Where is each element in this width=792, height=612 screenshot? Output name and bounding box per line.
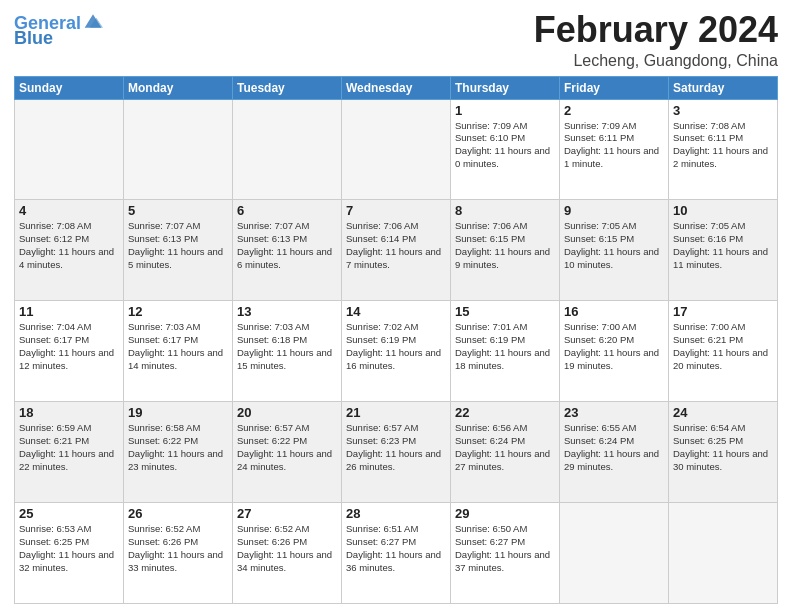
- title-block: February 2024 Lecheng, Guangdong, China: [534, 10, 778, 70]
- cell-info: Sunrise: 6:54 AMSunset: 6:25 PMDaylight:…: [673, 422, 773, 473]
- calendar-cell: 26Sunrise: 6:52 AMSunset: 6:26 PMDayligh…: [124, 503, 233, 604]
- sunrise-text: Sunrise: 7:07 AM: [237, 220, 309, 231]
- calendar-cell: 28Sunrise: 6:51 AMSunset: 6:27 PMDayligh…: [342, 503, 451, 604]
- daylight-text: Daylight: 11 hours and 18 minutes.: [455, 347, 550, 371]
- sunset-text: Sunset: 6:15 PM: [564, 233, 634, 244]
- sunset-text: Sunset: 6:22 PM: [237, 435, 307, 446]
- cell-info: Sunrise: 7:07 AMSunset: 6:13 PMDaylight:…: [237, 220, 337, 271]
- sunrise-text: Sunrise: 6:57 AM: [237, 422, 309, 433]
- daylight-text: Daylight: 11 hours and 26 minutes.: [346, 448, 441, 472]
- cell-info: Sunrise: 7:09 AMSunset: 6:11 PMDaylight:…: [564, 120, 664, 171]
- day-number: 27: [237, 506, 337, 521]
- sunrise-text: Sunrise: 7:00 AM: [673, 321, 745, 332]
- sunset-text: Sunset: 6:20 PM: [564, 334, 634, 345]
- sunset-text: Sunset: 6:17 PM: [19, 334, 89, 345]
- cell-info: Sunrise: 6:57 AMSunset: 6:22 PMDaylight:…: [237, 422, 337, 473]
- daylight-text: Daylight: 11 hours and 7 minutes.: [346, 246, 441, 270]
- calendar-cell: 18Sunrise: 6:59 AMSunset: 6:21 PMDayligh…: [15, 402, 124, 503]
- calendar-cell: [233, 99, 342, 200]
- cell-info: Sunrise: 7:01 AMSunset: 6:19 PMDaylight:…: [455, 321, 555, 372]
- daylight-text: Daylight: 11 hours and 4 minutes.: [19, 246, 114, 270]
- sunset-text: Sunset: 6:14 PM: [346, 233, 416, 244]
- calendar-cell: 8Sunrise: 7:06 AMSunset: 6:15 PMDaylight…: [451, 200, 560, 301]
- calendar-cell: 24Sunrise: 6:54 AMSunset: 6:25 PMDayligh…: [669, 402, 778, 503]
- day-number: 13: [237, 304, 337, 319]
- sunset-text: Sunset: 6:19 PM: [346, 334, 416, 345]
- sunrise-text: Sunrise: 7:04 AM: [19, 321, 91, 332]
- month-title: February 2024: [534, 10, 778, 50]
- day-number: 23: [564, 405, 664, 420]
- daylight-text: Daylight: 11 hours and 34 minutes.: [237, 549, 332, 573]
- sunset-text: Sunset: 6:10 PM: [455, 132, 525, 143]
- day-number: 25: [19, 506, 119, 521]
- daylight-text: Daylight: 11 hours and 29 minutes.: [564, 448, 659, 472]
- calendar-table: SundayMondayTuesdayWednesdayThursdayFrid…: [14, 76, 778, 604]
- sunset-text: Sunset: 6:19 PM: [455, 334, 525, 345]
- day-number: 26: [128, 506, 228, 521]
- daylight-text: Daylight: 11 hours and 14 minutes.: [128, 347, 223, 371]
- sunset-text: Sunset: 6:23 PM: [346, 435, 416, 446]
- weekday-header: Sunday: [15, 76, 124, 99]
- day-number: 19: [128, 405, 228, 420]
- calendar-week-row: 18Sunrise: 6:59 AMSunset: 6:21 PMDayligh…: [15, 402, 778, 503]
- sunrise-text: Sunrise: 6:53 AM: [19, 523, 91, 534]
- sunrise-text: Sunrise: 7:07 AM: [128, 220, 200, 231]
- day-number: 6: [237, 203, 337, 218]
- day-number: 3: [673, 103, 773, 118]
- calendar-cell: 29Sunrise: 6:50 AMSunset: 6:27 PMDayligh…: [451, 503, 560, 604]
- day-number: 4: [19, 203, 119, 218]
- calendar-cell: 19Sunrise: 6:58 AMSunset: 6:22 PMDayligh…: [124, 402, 233, 503]
- sunrise-text: Sunrise: 6:50 AM: [455, 523, 527, 534]
- sunrise-text: Sunrise: 7:05 AM: [564, 220, 636, 231]
- cell-info: Sunrise: 7:09 AMSunset: 6:10 PMDaylight:…: [455, 120, 555, 171]
- cell-info: Sunrise: 6:50 AMSunset: 6:27 PMDaylight:…: [455, 523, 555, 574]
- calendar-week-row: 11Sunrise: 7:04 AMSunset: 6:17 PMDayligh…: [15, 301, 778, 402]
- day-number: 10: [673, 203, 773, 218]
- daylight-text: Daylight: 11 hours and 10 minutes.: [564, 246, 659, 270]
- sunrise-text: Sunrise: 7:09 AM: [564, 120, 636, 131]
- calendar-header-row: SundayMondayTuesdayWednesdayThursdayFrid…: [15, 76, 778, 99]
- sunrise-text: Sunrise: 7:03 AM: [237, 321, 309, 332]
- page-container: General Blue February 2024 Lecheng, Guan…: [0, 0, 792, 612]
- weekday-header: Friday: [560, 76, 669, 99]
- calendar-week-row: 4Sunrise: 7:08 AMSunset: 6:12 PMDaylight…: [15, 200, 778, 301]
- calendar-cell: 5Sunrise: 7:07 AMSunset: 6:13 PMDaylight…: [124, 200, 233, 301]
- calendar-cell: 17Sunrise: 7:00 AMSunset: 6:21 PMDayligh…: [669, 301, 778, 402]
- day-number: 12: [128, 304, 228, 319]
- calendar-cell: 3Sunrise: 7:08 AMSunset: 6:11 PMDaylight…: [669, 99, 778, 200]
- day-number: 17: [673, 304, 773, 319]
- daylight-text: Daylight: 11 hours and 20 minutes.: [673, 347, 768, 371]
- day-number: 16: [564, 304, 664, 319]
- weekday-header: Wednesday: [342, 76, 451, 99]
- sunset-text: Sunset: 6:24 PM: [455, 435, 525, 446]
- day-number: 11: [19, 304, 119, 319]
- calendar-cell: 14Sunrise: 7:02 AMSunset: 6:19 PMDayligh…: [342, 301, 451, 402]
- cell-info: Sunrise: 7:00 AMSunset: 6:21 PMDaylight:…: [673, 321, 773, 372]
- daylight-text: Daylight: 11 hours and 0 minutes.: [455, 145, 550, 169]
- day-number: 24: [673, 405, 773, 420]
- sunset-text: Sunset: 6:18 PM: [237, 334, 307, 345]
- daylight-text: Daylight: 11 hours and 27 minutes.: [455, 448, 550, 472]
- cell-info: Sunrise: 7:06 AMSunset: 6:14 PMDaylight:…: [346, 220, 446, 271]
- daylight-text: Daylight: 11 hours and 19 minutes.: [564, 347, 659, 371]
- day-number: 20: [237, 405, 337, 420]
- cell-info: Sunrise: 7:05 AMSunset: 6:16 PMDaylight:…: [673, 220, 773, 271]
- calendar-cell: 12Sunrise: 7:03 AMSunset: 6:17 PMDayligh…: [124, 301, 233, 402]
- daylight-text: Daylight: 11 hours and 1 minute.: [564, 145, 659, 169]
- sunset-text: Sunset: 6:26 PM: [128, 536, 198, 547]
- calendar-cell: [342, 99, 451, 200]
- sunset-text: Sunset: 6:25 PM: [673, 435, 743, 446]
- cell-info: Sunrise: 6:58 AMSunset: 6:22 PMDaylight:…: [128, 422, 228, 473]
- daylight-text: Daylight: 11 hours and 33 minutes.: [128, 549, 223, 573]
- cell-info: Sunrise: 7:08 AMSunset: 6:12 PMDaylight:…: [19, 220, 119, 271]
- sunset-text: Sunset: 6:27 PM: [455, 536, 525, 547]
- calendar-cell: 25Sunrise: 6:53 AMSunset: 6:25 PMDayligh…: [15, 503, 124, 604]
- sunset-text: Sunset: 6:26 PM: [237, 536, 307, 547]
- day-number: 7: [346, 203, 446, 218]
- sunrise-text: Sunrise: 6:58 AM: [128, 422, 200, 433]
- day-number: 28: [346, 506, 446, 521]
- day-number: 1: [455, 103, 555, 118]
- cell-info: Sunrise: 6:51 AMSunset: 6:27 PMDaylight:…: [346, 523, 446, 574]
- calendar-cell: [560, 503, 669, 604]
- cell-info: Sunrise: 7:00 AMSunset: 6:20 PMDaylight:…: [564, 321, 664, 372]
